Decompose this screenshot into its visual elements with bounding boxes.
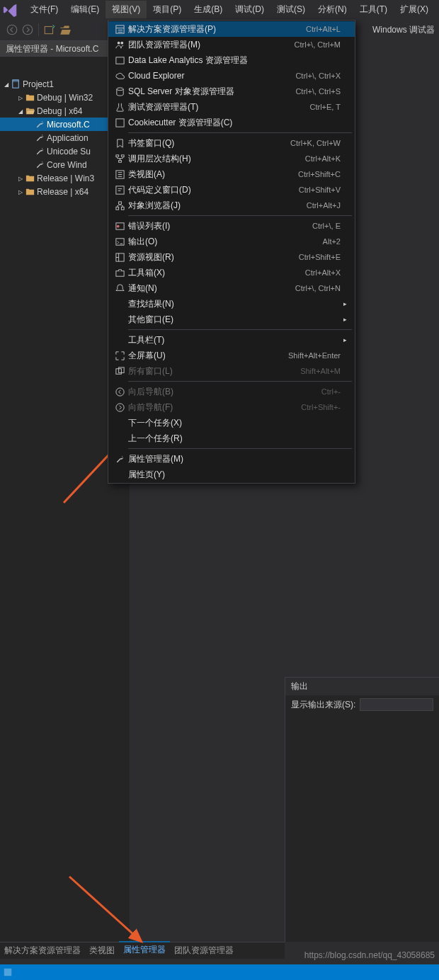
full-icon [111, 351, 128, 361]
menu-separator [128, 329, 352, 330]
menu-item-shortcut: Ctrl+K, Ctrl+W [284, 139, 341, 147]
folder-icon [24, 93, 35, 103]
menu-item-E[interactable]: 其他窗口(E) ▸ [108, 312, 355, 327]
menu-4[interactable]: 生成(B) [188, 1, 229, 18]
menu-item-M[interactable]: 属性管理器(M) [108, 451, 355, 467]
svg-point-0 [7, 25, 17, 35]
tree-label: Core Wind [47, 160, 87, 170]
obj-icon [111, 200, 128, 211]
hier-icon [111, 154, 128, 164]
svg-line-33 [69, 877, 142, 942]
menu-item-shortcut: Ctrl+Shift+C [284, 170, 341, 178]
cookie-icon [111, 118, 128, 128]
menu-item-X[interactable]: 下一个任务(X) [108, 415, 355, 431]
menu-item-shortcut: Ctrl+Alt+X [284, 268, 341, 277]
menu-item-Y[interactable]: 属性页(Y) [108, 467, 355, 482]
menu-2[interactable]: 视图(V) [106, 1, 147, 18]
menu-5[interactable]: 调试(D) [229, 1, 270, 18]
expand-icon[interactable] [17, 108, 24, 115]
menu-item-shortcut: Ctrl+Alt+L [284, 25, 341, 33]
menu-item-label: 工具栏(T) [128, 334, 284, 346]
nav-back-icon[interactable] [6, 23, 18, 36]
menu-item-label: 工具箱(X) [128, 267, 284, 279]
wrench-icon [34, 147, 45, 156]
menu-item-P[interactable]: 解决方案资源管理器(P) Ctrl+Alt+L [108, 21, 355, 37]
svg-rect-19 [118, 201, 121, 204]
open-icon[interactable] [59, 23, 72, 36]
menu-item-label: 代码定义窗口(D) [128, 184, 284, 196]
menu-6[interactable]: 测试(S) [270, 1, 312, 18]
menu-item-L: 所有窗口(L) Shift+Alt+M [108, 363, 355, 379]
tree-label: Debug | Win32 [37, 93, 93, 103]
menu-item-T[interactable]: 测试资源管理器(T) Ctrl+E, T [108, 99, 355, 115]
new-project-icon[interactable] [43, 23, 56, 36]
svg-rect-20 [115, 207, 118, 210]
menu-item-M[interactable]: 团队资源管理器(M) Ctrl+\, Ctrl+M [108, 37, 355, 52]
menu-item-label: 属性页(Y) [128, 469, 284, 481]
tree-label: Project1 [23, 79, 54, 89]
menu-item-H[interactable]: 调用层次结构(H) Ctrl+Alt+K [108, 151, 355, 166]
output-icon [111, 237, 128, 247]
menu-item-Q[interactable]: 书签窗口(Q) Ctrl+K, Ctrl+W [108, 135, 355, 151]
menu-item-shortcut: Alt+2 [284, 237, 341, 246]
menu-item-label: 通知(N) [128, 283, 284, 295]
menu-item-shortcut: Shift+Alt+Enter [284, 351, 341, 360]
menu-item-label: Cookiecutter 资源管理器(C) [128, 117, 284, 129]
menu-item-label: 输出(O) [128, 236, 284, 248]
debugger-label[interactable]: Windows 调试器 [372, 24, 435, 36]
menu-item-N[interactable]: 通知(N) Ctrl+\, Ctrl+N [108, 280, 355, 296]
menu-item-I[interactable]: 错误列表(I) Ctrl+\, E [108, 218, 355, 234]
menu-9[interactable]: 扩展(X) [394, 1, 435, 18]
vs-logo-icon [3, 2, 18, 18]
menu-0[interactable]: 文件(F) [24, 1, 64, 18]
menu-item-label: 资源视图(R) [128, 251, 284, 263]
menu-item-label: 所有窗口(L) [128, 365, 284, 377]
menu-item-F: 向前导航(F) Ctrl+Shift+- [108, 399, 355, 415]
menu-3[interactable]: 项目(P) [147, 1, 188, 18]
notify-icon [111, 283, 128, 294]
expand-icon[interactable] [17, 94, 24, 101]
menu-1[interactable]: 编辑(E) [64, 1, 106, 18]
menu-item-CloudExplorer[interactable]: Cloud Explorer Ctrl+\, Ctrl+X [108, 68, 355, 84]
menu-item-U[interactable]: 全屏幕(U) Shift+Alt+Enter [108, 348, 355, 363]
menu-item-shortcut: Ctrl+Alt+K [284, 154, 341, 163]
svg-rect-2 [45, 27, 52, 34]
nav-fwd-icon[interactable] [21, 23, 34, 36]
menu-item-R[interactable]: 上一个任务(R) [108, 431, 355, 446]
expand-icon[interactable] [17, 188, 24, 195]
menu-item-J[interactable]: 对象浏览器(J) Ctrl+Alt+J [108, 198, 355, 213]
svg-rect-31 [4, 969, 12, 976]
menu-item-T[interactable]: 工具栏(T) ▸ [108, 332, 355, 348]
menu-item-A[interactable]: 类视图(A) Ctrl+Shift+C [108, 166, 355, 182]
tree-label: Debug | x64 [37, 106, 83, 116]
menu-item-CookiecutterC[interactable]: Cookiecutter 资源管理器(C) [108, 115, 355, 130]
svg-rect-14 [115, 154, 118, 156]
window-list-icon [111, 24, 128, 35]
output-source-select[interactable] [360, 698, 433, 711]
expand-icon[interactable] [3, 81, 10, 88]
all-icon [111, 366, 128, 377]
menu-item-N[interactable]: 查找结果(N) ▸ [108, 296, 355, 312]
lake-icon [111, 55, 128, 66]
svg-point-10 [120, 41, 123, 44]
menu-item-DataLakeAnalytics[interactable]: Data Lake Analytics 资源管理器 [108, 52, 355, 68]
menu-item-R[interactable]: 资源视图(R) Ctrl+Shift+E [108, 249, 355, 265]
submenu-arrow-icon: ▸ [341, 316, 349, 323]
expand-icon[interactable] [17, 175, 24, 182]
svg-rect-4 [12, 80, 18, 82]
menu-item-label: 查找结果(N) [128, 298, 284, 310]
menu-item-X[interactable]: 工具箱(X) Ctrl+Alt+X [108, 265, 355, 280]
svg-point-23 [116, 224, 119, 227]
bottom-tab-3[interactable]: 团队资源管理器 [170, 942, 238, 959]
status-bar [0, 964, 439, 980]
menu-item-B: 向后导航(B) Ctrl+- [108, 384, 355, 399]
menu-item-label: 属性管理器(M) [128, 453, 284, 465]
menu-7[interactable]: 分析(N) [312, 1, 353, 18]
menu-separator [128, 448, 352, 449]
menu-item-O[interactable]: 输出(O) Alt+2 [108, 234, 355, 249]
arrow-annotation-2 [64, 871, 156, 956]
menu-item-D[interactable]: 代码定义窗口(D) Ctrl+Shift+V [108, 182, 355, 198]
svg-rect-13 [115, 118, 123, 126]
menu-8[interactable]: 工具(T) [353, 1, 394, 18]
menu-item-SQLServer[interactable]: SQL Server 对象资源管理器 Ctrl+\, Ctrl+S [108, 84, 355, 99]
